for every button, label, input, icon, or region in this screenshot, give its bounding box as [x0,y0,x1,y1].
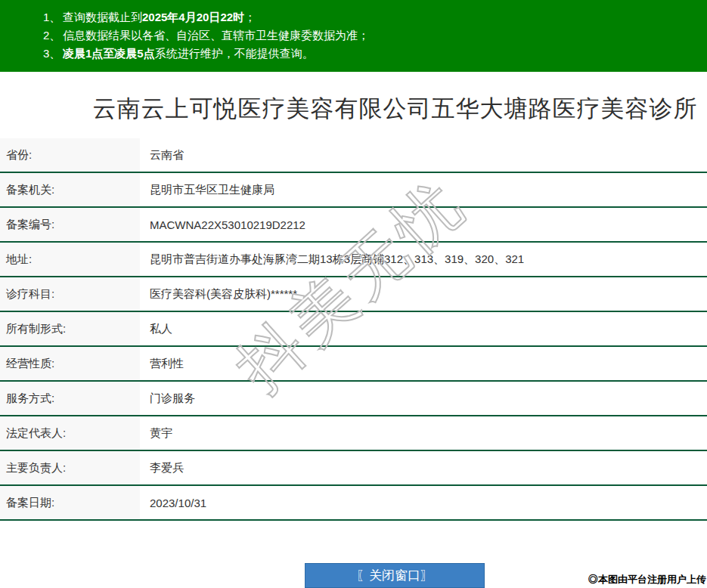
row-value: 黄宇 [140,416,707,450]
row-label: 备案机关: [0,173,140,206]
image-credit-watermark: ◎本图由平台注册用户上传 [588,573,706,586]
notice-text-segment: 2025年4月20日22时 [142,11,244,23]
row-label: 法定代表人: [0,416,140,450]
notice-text-segment: 查询数据截止到 [63,11,142,23]
row-value: MACWNA22X53010219D2212 [140,208,707,241]
table-row: 省份:云南省 [0,138,707,173]
table-row: 主要负责人:李爱兵 [0,451,707,486]
row-label: 经营性质: [0,347,140,380]
notice-line: 1、查询数据截止到2025年4月20日22时； [43,8,707,26]
row-value: 李爱兵 [140,451,707,484]
table-row: 法定代表人:黄宇 [0,416,707,451]
table-row: 备案机关:昆明市五华区卫生健康局 [0,173,707,208]
notice-number: 3、 [43,45,63,63]
notice-text-segment: 系统进行维护，不能提供查询。 [155,47,314,60]
row-value: 私人 [140,312,707,345]
notice-banner: 1、查询数据截止到2025年4月20日22时；2、信息数据结果以各省、自治区、直… [0,0,707,72]
row-value: 云南省 [140,138,707,172]
row-value: 医疗美容科(美容皮肤科)****** [140,277,707,311]
notice-line: 3、凌晨1点至凌晨5点系统进行维护，不能提供查询。 [43,45,707,63]
table-row: 地址:昆明市普吉街道办事处海豚湾二期13栋3层商铺312、313、319、320… [0,243,707,277]
table-row: 服务方式:门诊服务 [0,382,707,416]
record-table: 省份:云南省备案机关:昆明市五华区卫生健康局备案编号:MACWNA22X5301… [0,138,707,521]
notice-text-segment: 信息数据结果以各省、自治区、直辖市卫生健康委数据为准； [63,29,369,42]
row-label: 服务方式: [0,382,140,415]
row-label: 所有制形式: [0,312,140,345]
table-row: 经营性质:营利性 [0,347,707,382]
notice-line: 2、信息数据结果以各省、自治区、直辖市卫生健康委数据为准； [43,26,707,45]
row-value: 门诊服务 [140,382,707,415]
notice-number: 2、 [43,26,63,45]
row-label: 地址: [0,243,140,276]
table-row: 所有制形式:私人 [0,312,707,347]
table-row: 备案编号:MACWNA22X53010219D2212 [0,208,707,243]
table-row: 备案日期:2023/10/31 [0,486,707,521]
page-title: 云南云上可悦医疗美容有限公司五华大塘路医疗美容诊所 [0,93,707,125]
row-label: 备案日期: [0,486,140,519]
row-value: 营利性 [140,347,707,380]
notice-text-segment: ； [244,11,256,23]
table-row: 诊疗科目:医疗美容科(美容皮肤科)****** [0,277,707,312]
row-value: 昆明市五华区卫生健康局 [140,173,707,206]
page-canvas: 1、查询数据截止到2025年4月20日22时；2、信息数据结果以各省、自治区、直… [0,0,707,588]
row-value: 昆明市普吉街道办事处海豚湾二期13栋3层商铺312、313、319、320、32… [140,243,707,276]
notice-number: 1、 [43,8,63,26]
close-window-button[interactable]: 〖关闭窗口〗 [305,563,485,588]
notice-text-segment: 凌晨1点至凌晨5点 [63,47,155,60]
row-label: 省份: [0,138,140,172]
row-label: 主要负责人: [0,451,140,484]
row-label: 诊疗科目: [0,277,140,311]
row-value: 2023/10/31 [140,486,707,519]
row-label: 备案编号: [0,208,140,241]
page-viewport: 1、查询数据截止到2025年4月20日22时；2、信息数据结果以各省、自治区、直… [0,0,707,588]
